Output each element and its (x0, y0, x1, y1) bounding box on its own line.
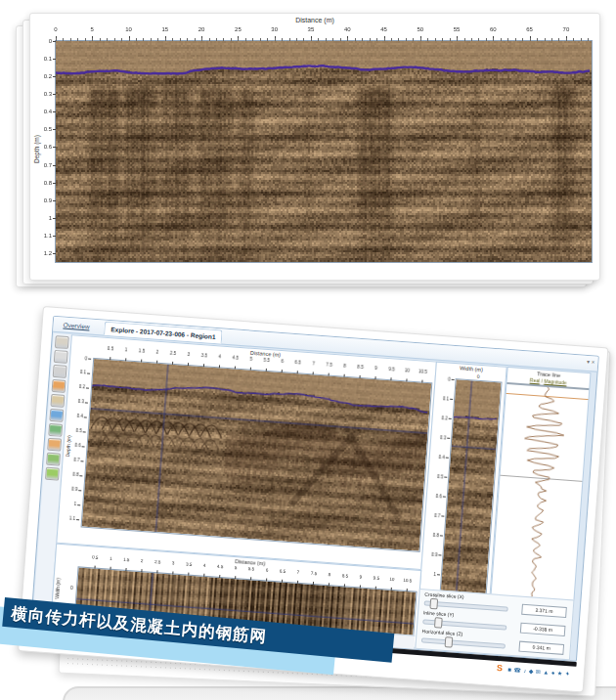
axis-tick-mark (110, 357, 110, 360)
axis-tick-label: 0.2 (34, 73, 52, 79)
mail-icon[interactable]: ✉ (536, 669, 541, 675)
wrench-icon[interactable]: ✦ (565, 671, 570, 677)
axis-tick-mark (313, 582, 314, 585)
axis-tick-mark (156, 361, 157, 364)
axis-minor-tick (114, 38, 115, 41)
axis-tick-label: 0.3 (433, 434, 446, 440)
grid-view-icon[interactable] (46, 453, 61, 466)
width-x-tick: 0 (477, 373, 480, 379)
main-view-panel: Distance (m) Depth (m) 0.511.522.533.544… (56, 334, 437, 570)
axis-tick-label: 10 (124, 26, 134, 32)
axis-tick-label: 0.2 (72, 384, 85, 390)
axis-minor-tick (457, 38, 458, 41)
axis-tick-label: 60 (488, 26, 498, 32)
lineview-icon[interactable] (48, 423, 63, 437)
axis-tick-label: 0.5 (430, 473, 443, 479)
slice-value-box[interactable]: 0.341 m (518, 641, 564, 655)
window-controls[interactable]: ▾ × (587, 358, 595, 366)
axis-tick-label: 2 (152, 349, 163, 355)
axis-tick-mark (449, 418, 452, 419)
axis-tick-label: 1.1 (63, 515, 75, 521)
axis-minor-tick (282, 38, 283, 41)
axis-tick-mark (250, 577, 251, 580)
axis-tick-label: 0.6 (67, 443, 80, 449)
axis-tick-mark (452, 379, 455, 380)
slice-slider-thumb[interactable] (429, 598, 438, 610)
axis-minor-tick (486, 38, 487, 41)
plan-y-axis-title: Width (m) (54, 578, 62, 599)
axis-tick-label: 0.8 (34, 180, 52, 186)
axis-minor-tick (391, 38, 392, 41)
axis-tick-mark (440, 535, 443, 536)
axis-tick-mark (266, 369, 267, 372)
axis-tick-label: 6 (261, 567, 273, 573)
slice-slider[interactable] (421, 637, 506, 648)
axis-tick-mark (76, 519, 79, 520)
axis-minor-tick (545, 38, 546, 41)
slice-view-icon[interactable] (47, 438, 62, 452)
axis-tick-mark (438, 554, 441, 555)
axis-minor-tick (588, 38, 589, 41)
axis-tick-label: 70 (561, 26, 571, 32)
axis-tick-label: 4 (214, 354, 226, 360)
axis-tick-mark (360, 586, 361, 589)
axis-minor-tick (537, 38, 538, 41)
axis-tick-mark (110, 567, 110, 570)
axis-minor-tick (478, 38, 479, 41)
slice-slider-thumb[interactable] (445, 636, 454, 648)
layers-tool-icon[interactable] (50, 394, 65, 408)
axis-tick-mark (235, 576, 236, 579)
axis-tick-label: 5 (230, 565, 242, 571)
axis-tick-label: 25 (233, 26, 242, 32)
axis-tick-mark (84, 416, 87, 417)
skype-icon[interactable]: ◆ (529, 668, 534, 674)
axis-tick-label: 6.5 (277, 568, 288, 574)
measure-tool-icon[interactable] (52, 379, 66, 393)
axis-tick-label: 55 (452, 26, 462, 32)
axis-tick-mark (86, 387, 89, 388)
music-icon[interactable]: ♪ (523, 668, 526, 674)
axis-minor-tick (573, 38, 574, 41)
slice-label: Horizontal slice (Z) (421, 628, 462, 636)
user-icon[interactable]: ● (551, 670, 555, 676)
pan-tool-icon[interactable] (55, 335, 69, 349)
axis-tick-label: 9 (355, 574, 367, 580)
phone-icon[interactable]: ☎ (513, 667, 521, 674)
tab-overview[interactable]: Overview (57, 318, 96, 333)
axis-tick-mark (53, 147, 56, 148)
axis-minor-tick (296, 38, 297, 41)
axis-tick-label: 20 (197, 26, 206, 32)
site-logo[interactable]: S (497, 663, 504, 673)
gallery-icon[interactable]: ▲ (543, 669, 549, 675)
qq-icon[interactable]: ■ (507, 667, 511, 673)
select-tool-icon[interactable] (54, 350, 68, 364)
slice-slider-thumb[interactable] (434, 617, 443, 629)
top-x-axis-title: Distance (m) (30, 17, 599, 23)
axis-tick-label: 4.5 (230, 355, 242, 361)
axis-tick-mark (141, 359, 142, 362)
cart-icon[interactable]: ★ (557, 671, 563, 677)
axis-tick-mark (53, 94, 56, 95)
axis-tick-label: 40 (342, 26, 352, 32)
axis-tick-label: 0.4 (34, 109, 52, 114)
top-radargram-image[interactable] (56, 41, 592, 262)
axis-tick-mark (375, 376, 376, 379)
trace-wiggle-plot[interactable] (490, 384, 587, 616)
axis-minor-tick (566, 38, 567, 41)
axis-tick-label: 8 (324, 572, 335, 578)
axis-tick-label: 9 (370, 366, 381, 372)
axis-minor-tick (100, 38, 101, 41)
depth-view-icon[interactable] (49, 409, 64, 422)
axis-minor-tick (151, 38, 152, 41)
axis-minor-tick (165, 38, 166, 41)
zoom-tool-icon[interactable] (53, 365, 67, 378)
crossline-radargram-image[interactable] (82, 359, 432, 551)
axis-tick-label: 0.1 (73, 370, 86, 375)
axis-minor-tick (464, 38, 465, 41)
axis-tick-label: 7 (292, 569, 304, 575)
axis-minor-tick (223, 38, 224, 41)
export-view-icon[interactable] (45, 467, 60, 481)
slice-label: Inline slice (Y) (423, 609, 455, 617)
axis-minor-tick (347, 38, 348, 41)
axis-tick-label: 0.6 (34, 144, 52, 150)
